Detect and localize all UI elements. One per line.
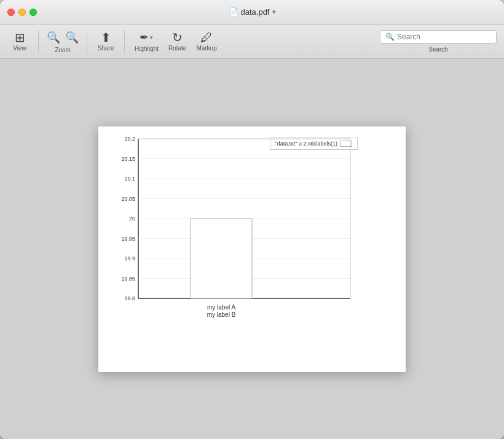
chart-svg: 20.2 20.15 20.1 20.05 20 19.95 xyxy=(104,133,363,329)
view-icon: ⊞ xyxy=(15,31,25,44)
svg-text:20.15: 20.15 xyxy=(121,155,135,161)
svg-text:20.2: 20.2 xyxy=(124,136,135,142)
maximize-button[interactable] xyxy=(30,9,37,16)
view-label: View xyxy=(13,45,26,52)
rotate-button[interactable]: ↻ Rotate xyxy=(165,29,190,54)
svg-text:19.95: 19.95 xyxy=(121,235,135,241)
share-icon: ⬆ xyxy=(101,31,111,44)
svg-text:my label A: my label A xyxy=(207,304,235,311)
zoom-out-icon: 🔍 xyxy=(47,31,60,44)
zoom-group: 🔍 🔍 Zoom xyxy=(45,29,81,53)
svg-text:19.9: 19.9 xyxy=(124,255,135,262)
share-label: Share xyxy=(98,45,114,52)
chart-wrapper: "data.txt" u 2:xticlabels(1) xyxy=(104,133,363,329)
search-label: Search xyxy=(428,46,448,53)
svg-text:20: 20 xyxy=(129,216,135,222)
svg-text:20.05: 20.05 xyxy=(121,195,135,201)
zoom-out-button[interactable]: 🔍 xyxy=(45,29,62,45)
view-button[interactable]: ⊞ View xyxy=(7,29,32,54)
rotate-icon: ↻ xyxy=(172,31,183,44)
svg-text:my label B: my label B xyxy=(207,311,236,318)
separator-1 xyxy=(38,31,39,53)
highlight-label: Highlight xyxy=(135,45,159,52)
pdf-page: "data.txt" u 2:xticlabels(1) xyxy=(98,126,406,372)
markup-button[interactable]: 🖊 Markup xyxy=(192,29,220,54)
highlight-button[interactable]: ✒ ▾ Highlight xyxy=(131,28,162,55)
window-title-area: 📄 data.pdf ▾ xyxy=(229,7,276,17)
highlight-dropdown-icon: ▾ xyxy=(150,34,153,41)
title-bar: 📄 data.pdf ▾ xyxy=(0,0,504,25)
separator-2 xyxy=(87,31,87,53)
svg-text:19.85: 19.85 xyxy=(121,275,135,281)
markup-icon: 🖊 xyxy=(200,31,213,44)
close-button[interactable] xyxy=(7,9,15,16)
svg-text:20.1: 20.1 xyxy=(124,176,135,182)
app-window: 📄 data.pdf ▾ ⊞ View 🔍 🔍 Zoom xyxy=(0,0,504,439)
pdf-file-icon: 📄 xyxy=(229,7,238,17)
toolbar: ⊞ View 🔍 🔍 Zoom ⬆ Share xyxy=(0,25,504,59)
window-title: data.pdf xyxy=(241,7,270,17)
traffic-lights xyxy=(7,9,37,16)
share-button[interactable]: ⬆ Share xyxy=(93,29,118,54)
search-icon: 🔍 xyxy=(385,33,395,41)
highlight-icon: ✒ xyxy=(140,31,149,44)
search-box[interactable]: 🔍 xyxy=(380,30,497,44)
content-area: "data.txt" u 2:xticlabels(1) xyxy=(0,59,504,439)
minimize-button[interactable] xyxy=(18,9,26,16)
rotate-label: Rotate xyxy=(168,45,186,52)
separator-3 xyxy=(124,31,125,53)
zoom-in-icon: 🔍 xyxy=(65,31,79,44)
zoom-in-button[interactable]: 🔍 xyxy=(63,29,81,45)
markup-label: Markup xyxy=(196,45,216,52)
svg-text:19.8: 19.8 xyxy=(124,295,135,301)
search-input[interactable] xyxy=(397,33,491,41)
zoom-label: Zoom xyxy=(55,47,71,53)
svg-rect-21 xyxy=(191,219,252,298)
title-chevron-icon[interactable]: ▾ xyxy=(272,8,276,16)
